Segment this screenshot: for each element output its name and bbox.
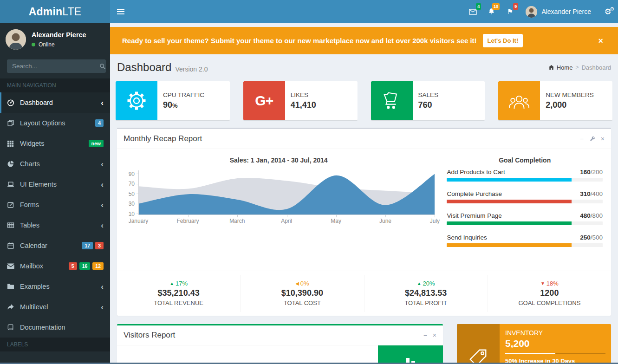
sidebar-item-examples[interactable]: Examples ‹: [0, 276, 110, 297]
stat-change: 20%: [423, 280, 435, 287]
search-icon: [99, 63, 106, 70]
mailbox-badge-2: 16: [79, 262, 91, 270]
close-icon[interactable]: ×: [601, 136, 605, 142]
app-logo[interactable]: AdminLTE: [0, 0, 110, 23]
sidebar-item-label: UI Elements: [20, 181, 57, 188]
notifications-badge: 10: [492, 3, 500, 10]
share-icon: [7, 304, 20, 310]
sidebar-item-mailbox[interactable]: Mailbox 5 16 12: [0, 256, 110, 276]
sidebar-item-forms[interactable]: Forms ‹: [0, 195, 110, 215]
pie-chart-icon: [7, 160, 20, 168]
minimize-icon[interactable]: −: [423, 332, 427, 338]
progress-bar: [447, 200, 603, 203]
notifications-menu[interactable]: 10: [482, 0, 501, 23]
tasks-menu[interactable]: ⚑ 9: [501, 0, 519, 23]
y-axis-tick-label: 30: [129, 201, 135, 207]
sidebar-item-tables[interactable]: Tables ‹: [0, 215, 110, 235]
table-icon: [7, 221, 20, 229]
sidebar-item-calendar[interactable]: Calendar 17 3: [0, 235, 110, 256]
files-icon: [7, 119, 20, 127]
gears-icon-small: ⚙: [610, 6, 614, 12]
envelope-icon: [469, 9, 477, 15]
layout-options-badge: 4: [95, 119, 104, 127]
x-axis-tick-label: June: [379, 218, 391, 224]
banner-close-button[interactable]: ×: [598, 37, 606, 45]
y-axis-tick-label: 90: [129, 171, 135, 177]
book-icon: [7, 324, 20, 331]
sidebar-item-label: Documentation: [20, 324, 65, 331]
stat-label: TOTAL COST: [241, 299, 364, 306]
sidebar-item-label: Dashboard: [20, 99, 53, 106]
sidebar-item-widgets[interactable]: Widgets new: [0, 133, 110, 154]
stat-value: $10,390.90: [241, 288, 364, 298]
goal-label: Send Inquiries: [447, 234, 487, 241]
control-sidebar-toggle[interactable]: ⚙⚙: [598, 0, 618, 23]
sidebar-item-charts[interactable]: Charts ‹: [0, 154, 110, 174]
flag-icon: ⚑: [507, 7, 513, 16]
sidebar-item-dashboard[interactable]: Dashboard ‹: [0, 92, 110, 113]
goal-completion-title: Goal Completion: [447, 156, 603, 164]
visitors-map-area: [117, 345, 378, 364]
sidebar-item-multilevel[interactable]: Multilevel ‹: [0, 297, 110, 317]
tasks-badge: 9: [513, 3, 518, 10]
users-icon: [498, 81, 540, 120]
sidebar-item-layout-options[interactable]: Layout Options 4: [0, 113, 110, 133]
breadcrumb: Home > Dashboard: [548, 64, 611, 71]
page-header: Dashboard Version 2.0 Home > Dashboard: [110, 54, 618, 79]
user-avatar: [526, 6, 537, 18]
tag-icon: [457, 324, 500, 364]
content: Ready to sell your theme? Submit your th…: [110, 23, 618, 364]
goal-label: Visit Premium Page: [447, 212, 501, 219]
gear-icon: [116, 81, 157, 120]
goal-value: 160: [580, 169, 591, 176]
banner-cta-button[interactable]: Let's Do It!: [483, 34, 523, 47]
sidebar-item-label: Calendar: [20, 242, 47, 249]
sidebar-user-panel: Alexander Pierce Online: [0, 23, 110, 56]
goal-total: /500: [591, 234, 603, 241]
folder-icon: [7, 283, 20, 290]
calendar-icon: [7, 242, 20, 249]
messages-menu[interactable]: 4: [463, 0, 482, 23]
mailbox-badge-3: 12: [92, 262, 104, 270]
goal-label: Add Products to Cart: [447, 169, 505, 176]
stat-total-cost: ◀0% $10,390.90 TOTAL COST: [241, 275, 364, 312]
info-box-new-members: NEW MEMBERS 2,000: [498, 81, 612, 120]
sidebar-item-label: Tables: [20, 221, 39, 229]
recap-footer: ▲17% $35,210.43 TOTAL REVENUE ◀0% $10,39…: [117, 271, 611, 316]
x-axis-tick-label: May: [331, 218, 341, 224]
sidebar-search: [7, 59, 103, 73]
info-box-value: 41,410: [291, 100, 316, 110]
wrench-icon[interactable]: [589, 136, 595, 142]
search-input[interactable]: [7, 59, 99, 73]
stat-value: $24,813.53: [364, 288, 488, 298]
edit-icon: [7, 201, 20, 208]
sidebar-item-documentation[interactable]: Documentation: [0, 317, 110, 338]
goal-value: 480: [580, 212, 591, 219]
info-box-label: CPU TRAFFIC: [163, 91, 204, 98]
sidebar-item-label: Charts: [20, 160, 40, 168]
sales-area-chart[interactable]: [138, 170, 435, 215]
sidebar-item-label: Mailbox: [20, 262, 43, 270]
sidebar-item-ui-elements[interactable]: UI Elements ‹: [0, 174, 110, 195]
close-icon[interactable]: ×: [433, 332, 436, 338]
calendar-badge-1: 17: [82, 242, 93, 250]
breadcrumb-separator: >: [575, 64, 579, 71]
sidebar-item-label: Multilevel: [20, 303, 48, 311]
breadcrumb-home[interactable]: Home: [548, 64, 573, 71]
minimize-icon[interactable]: −: [580, 136, 584, 142]
sidebar-toggle-button[interactable]: [110, 0, 131, 23]
caret-up-icon: ▲: [417, 281, 422, 286]
user-menu[interactable]: Alexander Pierce: [519, 0, 598, 23]
x-axis: JanuaryFebruaryMarchAprilMayJuneJuly: [138, 215, 435, 226]
stat-label: GOAL COMPLETIONS: [488, 299, 611, 306]
dashboard-icon: [7, 99, 20, 106]
user-avatar: [6, 29, 26, 50]
search-button[interactable]: [99, 59, 106, 73]
user-status-label: Online: [39, 41, 55, 48]
bottom-row: Visitors Report − ×: [117, 324, 611, 364]
user-status[interactable]: Online: [32, 41, 86, 48]
goal-label: Complete Purchase: [447, 190, 502, 197]
caret-up-icon: ▲: [169, 281, 174, 286]
goal-completion-panel: Goal Completion Add Products to Cart 160…: [441, 155, 605, 271]
info-box-sales: SALES 760: [371, 81, 485, 120]
